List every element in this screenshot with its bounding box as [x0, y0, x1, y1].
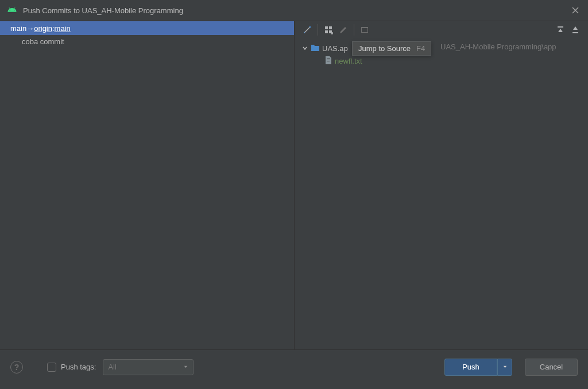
cancel-button[interactable]: Cancel	[525, 359, 578, 376]
folder-icon	[311, 44, 320, 53]
help-button[interactable]: ?	[10, 361, 23, 374]
files-toolbar	[295, 21, 588, 38]
help-icon: ?	[14, 363, 20, 372]
svg-rect-8	[327, 59, 330, 59]
svg-rect-10	[327, 61, 330, 61]
chevron-down-icon[interactable]	[301, 45, 308, 52]
toolbar-separator	[318, 24, 318, 36]
push-dropdown-button[interactable]	[497, 359, 512, 376]
svg-rect-6	[558, 26, 563, 28]
title-bar: Push Commits to UAS_AH-Mobile Programmin…	[0, 0, 588, 21]
tooltip-shortcut: F4	[416, 44, 425, 53]
chevron-down-icon	[502, 363, 508, 371]
branch-remote[interactable]: origin	[34, 24, 52, 33]
group-by-icon[interactable]	[322, 23, 335, 37]
branch-row[interactable]: main → origin : main	[0, 21, 294, 35]
files-panel: UAS.ap newfl.txt Jump to Source F4	[295, 21, 588, 349]
edit-source-icon[interactable]	[336, 23, 350, 37]
android-studio-icon	[7, 5, 17, 17]
tree-root-path: UAS_AH-Mobile Programming\app	[440, 42, 556, 51]
push-tags-value: All	[108, 363, 116, 371]
push-tags-dropdown[interactable]: All	[103, 359, 194, 375]
push-button-label: Push	[462, 363, 479, 371]
branch-arrow: →	[26, 24, 34, 33]
main-area: main → origin : main coba commit	[0, 21, 588, 349]
show-diff-icon[interactable]	[300, 23, 314, 37]
tooltip: Jump to Source F4	[352, 41, 431, 56]
collapse-all-icon[interactable]	[568, 23, 582, 37]
file-tree: UAS.ap newfl.txt Jump to Source F4	[295, 38, 588, 71]
push-button-group: Push	[444, 359, 512, 376]
push-button[interactable]: Push	[444, 359, 497, 376]
branch-local: main	[10, 24, 26, 33]
chevron-down-icon	[183, 363, 188, 371]
tooltip-label: Jump to Source	[358, 44, 411, 53]
preview-diff-icon[interactable]	[358, 23, 372, 37]
push-tags-checkbox[interactable]	[47, 363, 56, 372]
push-tags-label: Push tags:	[61, 363, 96, 371]
commit-row[interactable]: coba commit	[0, 35, 294, 48]
commits-panel: main → origin : main coba commit	[0, 21, 295, 349]
svg-rect-2	[325, 30, 328, 33]
close-icon	[571, 6, 579, 14]
window-title: Push Commits to UAS_AH-Mobile Programmin…	[23, 6, 183, 15]
svg-rect-7	[572, 32, 578, 33]
title-left: Push Commits to UAS_AH-Mobile Programmin…	[7, 5, 183, 17]
tree-file-label: newfl.txt	[335, 57, 362, 65]
cancel-button-label: Cancel	[540, 363, 563, 371]
bottom-bar: ? Push tags: All Push Cancel	[0, 349, 588, 384]
tree-file-row[interactable]: newfl.txt	[297, 55, 586, 67]
svg-rect-9	[327, 60, 330, 60]
close-button[interactable]	[570, 5, 581, 16]
svg-rect-5	[362, 28, 368, 32]
text-file-icon	[324, 56, 332, 67]
branch-target[interactable]: main	[55, 24, 71, 33]
toolbar-separator	[354, 24, 354, 36]
expand-all-icon[interactable]	[554, 23, 567, 37]
tree-root-path-wrap: UAS_AH-Mobile Programming\app	[438, 42, 556, 51]
tree-root-label: UAS.ap	[322, 44, 348, 53]
commit-message: coba commit	[22, 37, 64, 46]
svg-rect-0	[325, 26, 328, 29]
svg-rect-1	[329, 26, 332, 29]
push-tags-checkbox-wrap: Push tags:	[47, 363, 96, 372]
